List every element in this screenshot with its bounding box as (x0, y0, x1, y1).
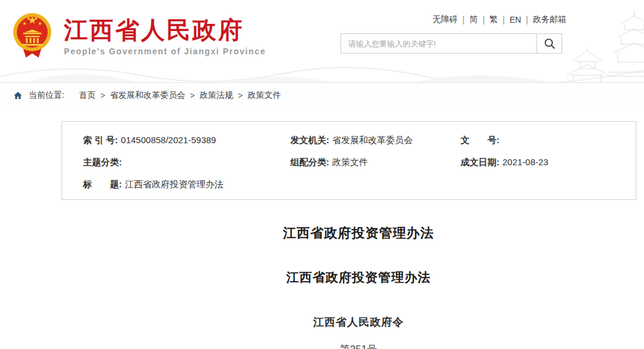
site-header: 江西省人民政府 People's Government of Jiangxi P… (0, 0, 644, 83)
search-icon (543, 37, 556, 50)
document-meta-box: 索 引 号: 014500858/2021-59389 发文机关: 省发展和改革… (62, 121, 636, 200)
meta-field-title: 标 题: 江西省政府投资管理办法 (83, 178, 223, 190)
home-icon[interactable] (13, 91, 23, 100)
top-link-traditional[interactable]: 繁 (489, 14, 498, 25)
breadcrumb-label: 当前位置: (29, 90, 65, 101)
meta-label: 组配分类: (290, 156, 329, 168)
meta-field-document-number: 文 号: (461, 134, 624, 146)
breadcrumb-separator: > (238, 91, 243, 100)
meta-field-issue-date: 成文日期: 2021-08-23 (461, 156, 624, 168)
breadcrumb-item-policies[interactable]: 政策法规 (200, 90, 233, 101)
page: 江西省人民政府 People's Government of Jiangxi P… (0, 0, 644, 349)
meta-field-issuing-agency: 发文机关: 省发展和改革委员会 (290, 134, 461, 146)
meta-field-index-number: 索 引 号: 014500858/2021-59389 (83, 134, 290, 146)
link-separator: | (483, 15, 485, 24)
meta-field-theme-category: 主题分类: (83, 156, 290, 168)
site-brand-text: 江西省人民政府 People's Government of Jiangxi P… (64, 16, 266, 56)
national-emblem-icon (10, 10, 55, 62)
meta-label: 主题分类: (83, 156, 122, 168)
breadcrumb-separator: > (100, 91, 105, 100)
document-title: 江西省政府投资管理办法 (73, 224, 644, 242)
meta-value: 省发展和改革委员会 (332, 134, 413, 146)
breadcrumb: 当前位置: 首页 > 省发展和改革委员会 > 政策法规 > 政策文件 (0, 83, 644, 108)
link-separator: | (526, 15, 528, 24)
meta-label: 发文机关: (290, 134, 329, 146)
document-title-repeat: 江西省政府投资管理办法 (73, 269, 644, 286)
pagoda-sketch-icon (556, 10, 644, 83)
link-separator: | (502, 15, 505, 24)
breadcrumb-item-policy-docs[interactable]: 政策文件 (247, 90, 281, 101)
top-link-simplified[interactable]: 简 (470, 14, 478, 25)
search-button[interactable] (536, 34, 562, 53)
top-link-gov-mail[interactable]: 政务邮箱 (533, 14, 566, 25)
meta-row: 主题分类: 组配分类: 政策文件 成文日期: 2021-08-23 (83, 156, 624, 168)
meta-row: 标 题: 江西省政府投资管理办法 (83, 178, 624, 190)
decree-number: 第251号 (73, 342, 644, 349)
meta-label: 成文日期: (461, 156, 499, 168)
site-title: 江西省人民政府 (64, 16, 266, 44)
link-separator: | (462, 15, 465, 24)
meta-value: 江西省政府投资管理办法 (125, 178, 223, 190)
breadcrumb-item-department[interactable]: 省发展和改革委员会 (110, 90, 185, 101)
meta-label: 文 号: (461, 134, 499, 146)
meta-field-group-category: 组配分类: 政策文件 (290, 156, 461, 168)
top-link-english[interactable]: EN (510, 15, 521, 24)
decree-title: 江西省人民政府令 (73, 315, 644, 329)
top-link-accessibility[interactable]: 无障碍 (433, 14, 458, 25)
meta-value: 政策文件 (332, 156, 368, 168)
site-brand[interactable]: 江西省人民政府 People's Government of Jiangxi P… (10, 10, 266, 62)
meta-row: 索 引 号: 014500858/2021-59389 发文机关: 省发展和改革… (83, 134, 624, 146)
meta-label: 索 引 号: (83, 134, 118, 146)
breadcrumb-separator: > (190, 91, 195, 100)
document-body: 江西省政府投资管理办法 江西省政府投资管理办法 江西省人民政府令 第251号 (73, 224, 644, 349)
site-subtitle: People's Government of Jiangxi Province (64, 47, 266, 56)
meta-label: 标 题: (83, 178, 122, 190)
search-bar (341, 33, 562, 54)
meta-value: 014500858/2021-59389 (121, 134, 216, 146)
meta-value: 2021-08-23 (502, 156, 548, 168)
search-input[interactable] (341, 34, 536, 53)
top-utility-nav: 无障碍 | 简 | 繁 | EN | 政务邮箱 (433, 14, 566, 25)
breadcrumb-item-home[interactable]: 首页 (79, 90, 96, 101)
